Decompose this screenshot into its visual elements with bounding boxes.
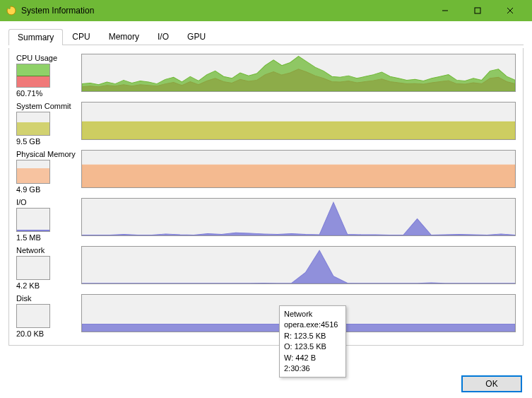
io-swatch [16, 208, 50, 232]
tab-summary[interactable]: Summary [8, 29, 63, 45]
tooltip-line: Network [284, 309, 341, 320]
maximize-button[interactable] [461, 0, 494, 21]
tab-memory[interactable]: Memory [100, 28, 148, 45]
tab-gpu[interactable]: GPU [178, 28, 215, 45]
commit-value: 9.5 GB [16, 137, 81, 146]
cpu-chart[interactable] [81, 54, 516, 92]
cpu-label: CPU Usage [16, 54, 81, 62]
cpu-value: 60.71% [16, 89, 81, 98]
tooltip-line: W: 442 B [284, 353, 341, 363]
network-tooltip: Network opera.exe:4516 R: 123.5 KB O: 12… [279, 305, 346, 377]
network-value: 4.2 KB [16, 281, 81, 290]
summary-panel: CPU Usage 60.71% System Commit 9.5 GB Ph… [8, 48, 524, 346]
tab-bar: Summary CPU Memory I/O GPU [8, 28, 524, 45]
disk-value: 20.0 KB [16, 329, 81, 338]
tooltip-line: opera.exe:4516 [284, 320, 341, 330]
cpu-swatch [16, 64, 50, 88]
commit-swatch [16, 112, 50, 136]
network-chart[interactable] [81, 246, 516, 284]
svg-rect-3 [475, 8, 480, 13]
disk-swatch [16, 304, 50, 328]
physmem-swatch [16, 160, 50, 184]
commit-chart[interactable] [81, 102, 516, 140]
physmem-value: 4.9 GB [16, 185, 81, 194]
commit-label: System Commit [16, 102, 81, 110]
disk-label: Disk [16, 294, 81, 303]
ok-button[interactable]: OK [461, 375, 522, 392]
io-value: 1.5 MB [16, 233, 81, 242]
io-chart[interactable] [81, 198, 516, 236]
network-label: Network [16, 246, 81, 254]
app-icon [6, 5, 17, 16]
tab-io[interactable]: I/O [148, 28, 178, 45]
tooltip-line: O: 123.5 KB [284, 341, 341, 352]
io-label: I/O [16, 198, 81, 206]
close-button[interactable] [494, 0, 526, 21]
svg-point-1 [8, 6, 11, 9]
physmem-chart[interactable] [81, 150, 516, 188]
minimize-button[interactable] [429, 0, 461, 21]
tooltip-line: R: 123.5 KB [284, 331, 341, 341]
tab-cpu[interactable]: CPU [63, 28, 99, 45]
physmem-label: Physical Memory [16, 150, 81, 158]
tooltip-line: 2:30:36 [284, 363, 341, 374]
window-title: System Information [21, 6, 429, 16]
network-swatch [16, 256, 50, 280]
titlebar: System Information [0, 0, 532, 21]
